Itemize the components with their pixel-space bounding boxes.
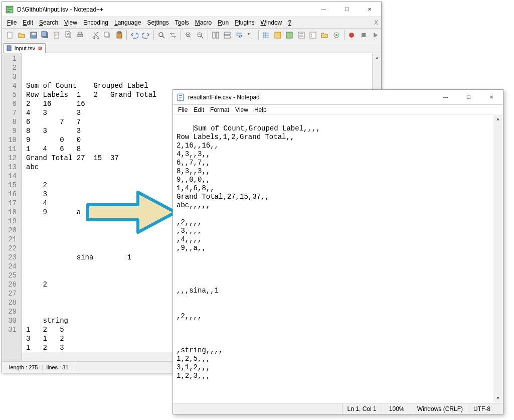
- svg-rect-10: [79, 32, 82, 34]
- npp-titlebar[interactable]: D:\Github\\input.tsv - Notepad++ — ☐ ✕: [2, 2, 381, 17]
- npp-tab-input-tsv[interactable]: input.tsv ⊠: [3, 43, 46, 53]
- folder-workspace-icon[interactable]: [319, 30, 330, 41]
- undo-icon[interactable]: [129, 30, 139, 41]
- npp-menubar: File Edit Search View Encoding Language …: [2, 17, 381, 28]
- sync-v-icon[interactable]: [210, 30, 221, 41]
- npp-menu-file[interactable]: File: [4, 18, 20, 27]
- monitor-icon[interactable]: [331, 30, 341, 41]
- npp-line-gutter: 1234567891011121314151617181920212223242…: [2, 53, 22, 361]
- np-vertical-scrollbar[interactable]: ▲ ▼: [493, 115, 502, 403]
- np-close-button[interactable]: ✕: [480, 90, 503, 105]
- current-line-highlight: [22, 54, 372, 63]
- notepadpp-app-icon: [5, 5, 14, 14]
- scroll-up-arrow-icon[interactable]: ▲: [493, 115, 502, 124]
- np-titlebar[interactable]: resultantFile.csv - Notepad — ☐ ✕: [173, 90, 503, 105]
- npp-menu-settings[interactable]: Settings: [144, 18, 172, 27]
- redo-icon[interactable]: [141, 30, 151, 41]
- npp-menu-view[interactable]: View: [61, 18, 80, 27]
- tab-close-icon[interactable]: ⊠: [38, 46, 42, 51]
- func-list-icon[interactable]: [307, 30, 318, 41]
- npp-menu-plugins[interactable]: Plugins: [232, 18, 257, 27]
- np-menu-edit[interactable]: Edit: [191, 105, 207, 114]
- npp-menu-macro[interactable]: Macro: [192, 18, 215, 27]
- play-macro-icon[interactable]: [370, 30, 380, 41]
- npp-menu-language[interactable]: Language: [111, 18, 144, 27]
- save-icon[interactable]: [28, 30, 39, 41]
- new-file-icon[interactable]: [5, 30, 15, 41]
- npp-tab-x-button[interactable]: X: [371, 18, 381, 27]
- tab-label: input.tsv: [15, 45, 35, 51]
- npp-menu-edit[interactable]: Edit: [20, 18, 36, 27]
- npp-menu-search[interactable]: Search: [36, 18, 61, 27]
- wrap-icon[interactable]: [234, 30, 244, 41]
- np-maximize-button[interactable]: ☐: [457, 90, 480, 105]
- svg-point-29: [311, 34, 312, 35]
- svg-point-30: [311, 36, 312, 37]
- print-icon[interactable]: [75, 30, 86, 41]
- svg-rect-21: [216, 32, 219, 38]
- np-menubar: File Edit Format View Help: [173, 105, 503, 115]
- npp-title: D:\Github\\input.tsv - Notepad++: [17, 6, 312, 13]
- doc-list-icon[interactable]: [296, 30, 306, 41]
- svg-rect-35: [7, 46, 11, 51]
- svg-rect-15: [117, 33, 122, 38]
- open-file-icon[interactable]: [16, 30, 27, 41]
- svg-rect-20: [213, 32, 215, 38]
- np-statusbar: Ln 1, Col 1 100% Windows (CRLF) UTF-8: [173, 403, 503, 414]
- scroll-up-arrow-icon[interactable]: ▲: [373, 53, 382, 62]
- npp-menu-help[interactable]: ?: [285, 18, 294, 27]
- status-lines: lines : 31: [43, 364, 73, 370]
- svg-point-33: [349, 33, 354, 38]
- np-status-eol: Windows (CRLF): [412, 403, 468, 414]
- svg-rect-1: [8, 32, 12, 38]
- close-all-icon[interactable]: [63, 30, 74, 41]
- save-all-icon[interactable]: [40, 30, 50, 41]
- replace-icon[interactable]: [168, 30, 179, 41]
- svg-rect-34: [362, 33, 366, 37]
- lang-icon[interactable]: [272, 30, 283, 41]
- npp-menu-tools[interactable]: Tools: [172, 18, 192, 27]
- svg-point-17: [159, 33, 163, 37]
- scroll-down-arrow-icon[interactable]: ▼: [493, 394, 502, 403]
- notepad-window: resultantFile.csv - Notepad — ☐ ✕ File E…: [173, 89, 503, 414]
- svg-rect-5: [42, 32, 47, 37]
- show-all-chars-icon[interactable]: ¶: [245, 30, 256, 41]
- paste-icon[interactable]: [114, 30, 124, 41]
- svg-rect-25: [275, 32, 281, 38]
- copy-icon[interactable]: [102, 30, 112, 41]
- np-menu-format[interactable]: Format: [207, 105, 232, 114]
- sync-h-icon[interactable]: [222, 30, 232, 41]
- npp-menu-window[interactable]: Window: [258, 18, 285, 27]
- np-menu-view[interactable]: View: [232, 105, 251, 114]
- svg-rect-9: [78, 34, 83, 37]
- zoom-in-icon[interactable]: [183, 30, 194, 41]
- cut-icon[interactable]: [90, 30, 101, 41]
- npp-menu-encoding[interactable]: Encoding: [80, 18, 111, 27]
- np-minimize-button[interactable]: —: [434, 90, 457, 105]
- npp-minimize-button[interactable]: —: [312, 2, 335, 17]
- svg-rect-28: [310, 32, 316, 38]
- svg-rect-23: [224, 36, 230, 38]
- stop-macro-icon[interactable]: [358, 30, 369, 41]
- svg-text:¶: ¶: [248, 32, 251, 38]
- zoom-out-icon[interactable]: [195, 30, 205, 41]
- indent-guide-icon[interactable]: [261, 30, 271, 41]
- np-menu-file[interactable]: File: [175, 105, 191, 114]
- npp-maximize-button[interactable]: ☐: [335, 2, 358, 17]
- np-status-zoom: 100%: [382, 403, 412, 414]
- np-title: resultantFile.csv - Notepad: [188, 94, 434, 101]
- file-icon: [7, 45, 13, 51]
- npp-menu-run[interactable]: Run: [215, 18, 232, 27]
- record-macro-icon[interactable]: [347, 30, 357, 41]
- np-content: Sum of Count,Grouped Label,,,, Row Label…: [177, 124, 320, 380]
- np-menu-help[interactable]: Help: [251, 105, 270, 114]
- npp-toolbar: ¶: [2, 28, 381, 42]
- svg-point-32: [335, 34, 337, 36]
- np-editor-area[interactable]: Sum of Count,Grouped Label,,,, Row Label…: [174, 115, 502, 403]
- svg-rect-14: [104, 32, 108, 37]
- close-file-icon[interactable]: [52, 30, 62, 41]
- svg-rect-22: [224, 32, 230, 35]
- find-icon[interactable]: [156, 30, 166, 41]
- doc-map-icon[interactable]: [284, 30, 294, 41]
- npp-close-button[interactable]: ✕: [358, 2, 381, 17]
